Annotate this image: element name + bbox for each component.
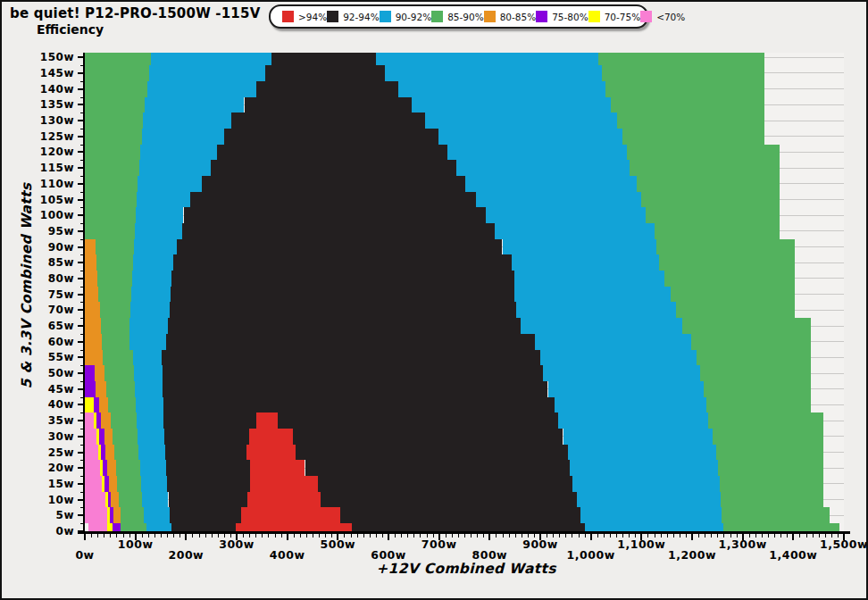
x-tick-minor: [711, 534, 712, 538]
band-segment-g: [682, 318, 811, 334]
legend-item: 90-92%: [380, 11, 432, 22]
legend-item: >94%: [282, 11, 327, 22]
x-tick-minor: [616, 534, 617, 538]
y-tick-label: 0w: [56, 525, 74, 538]
y-tick-label: 95w: [48, 225, 74, 238]
band-segment-k: [217, 145, 447, 161]
x-tick-minor: [673, 534, 674, 538]
band-segment-g: [691, 334, 811, 350]
band-segment-g: [630, 160, 780, 176]
x-tick-label: 600w: [371, 548, 406, 562]
x-tick-major: [84, 534, 86, 540]
y-tick-major: [78, 56, 83, 58]
band-segment-y: [85, 397, 94, 413]
band-segment-c: [425, 112, 617, 129]
x-tick-minor: [610, 534, 611, 538]
band-segment-c: [572, 476, 720, 492]
x-tick-minor: [585, 534, 586, 538]
band-segment-g: [102, 334, 129, 350]
x-tick-minor: [737, 534, 738, 538]
x-tick-major: [185, 534, 187, 540]
y-tick-major: [78, 388, 83, 390]
band-segment-c: [139, 160, 211, 176]
y-tick-label: 115w: [40, 162, 74, 174]
y-tick-minor: [80, 207, 83, 208]
band-segment-m: [85, 412, 94, 429]
band-segment-k: [163, 397, 555, 413]
y-tick-label: 45w: [48, 383, 74, 396]
y-tick-major: [78, 72, 83, 74]
legend-label: 70-75%: [605, 12, 641, 22]
x-tick-minor: [755, 534, 756, 538]
band-segment-m: [85, 476, 102, 492]
y-tick-minor: [80, 176, 83, 177]
band-segment-g: [655, 223, 780, 239]
band-segment-g: [646, 207, 780, 223]
band-segment-c: [130, 302, 170, 318]
x-tick-minor: [212, 534, 213, 538]
x-tick-minor: [167, 534, 168, 538]
x-tick-minor: [192, 534, 193, 538]
band-segment-g: [611, 97, 764, 113]
x-tick-minor: [218, 534, 219, 538]
band-segment-k: [171, 287, 514, 303]
band-segment-g: [106, 381, 135, 397]
band-segment-k: [165, 445, 247, 461]
band-segment-c: [535, 334, 691, 350]
x-tick-minor: [142, 534, 143, 538]
band-segment-k: [171, 523, 237, 531]
band-segment-g: [605, 81, 765, 97]
band-segment-c: [145, 97, 245, 113]
legend-label: 92-94%: [343, 12, 380, 22]
y-tick-major: [78, 356, 83, 358]
y-tick-label: 50w: [48, 367, 74, 379]
band-segment-g: [85, 65, 149, 81]
y-tick-minor: [80, 365, 83, 366]
y-tick-major: [78, 88, 83, 90]
band-segment-c: [134, 365, 163, 381]
y-tick-minor: [80, 239, 83, 240]
y-tick-label: 105w: [40, 194, 74, 206]
y-tick-major: [78, 309, 83, 311]
band-segment-c: [412, 97, 611, 113]
x-tick-minor: [522, 534, 522, 538]
band-segment-c: [486, 207, 647, 223]
legend-label: >94%: [298, 12, 327, 22]
y-tick-minor: [80, 429, 83, 429]
y-tick-major: [78, 183, 83, 185]
x-tick-label: 500w: [321, 538, 356, 551]
band-segment-c: [134, 239, 177, 255]
x-tick-minor: [268, 534, 269, 538]
band-segment-o: [85, 350, 103, 366]
band-segment-k: [278, 412, 558, 429]
x-tick-minor: [730, 534, 731, 538]
x-tick-minor: [723, 534, 724, 538]
y-tick-minor: [80, 412, 83, 413]
band-segment-g: [103, 350, 133, 366]
band-segment-c: [476, 192, 641, 208]
y-tick-minor: [80, 507, 83, 508]
band-segment-o: [85, 254, 96, 271]
band-segment-c: [135, 223, 182, 239]
band-segment-k: [190, 192, 476, 208]
x-tick-minor: [148, 534, 149, 538]
x-tick-minor: [698, 534, 699, 538]
x-tick-minor: [572, 534, 572, 538]
band-segment-g: [722, 507, 830, 523]
band-segment-k: [305, 460, 570, 476]
chart-subtitle: Efficiency: [37, 22, 260, 37]
y-tick-major: [78, 483, 83, 485]
band-segment-g: [85, 223, 135, 239]
x-tick-minor: [717, 534, 718, 538]
legend-item: 75-80%: [536, 11, 588, 22]
band-segment-r: [241, 507, 341, 523]
y-tick-minor: [80, 145, 83, 146]
legend-swatch-icon: [484, 11, 496, 22]
y-tick-minor: [80, 287, 83, 288]
band-segment-k: [162, 350, 540, 366]
x-tick-minor: [395, 534, 396, 538]
band-segment-c: [140, 460, 166, 476]
y-tick-label: 110w: [40, 178, 74, 190]
x-tick-minor: [161, 534, 162, 538]
x-tick-label: 1,300w: [719, 538, 767, 551]
